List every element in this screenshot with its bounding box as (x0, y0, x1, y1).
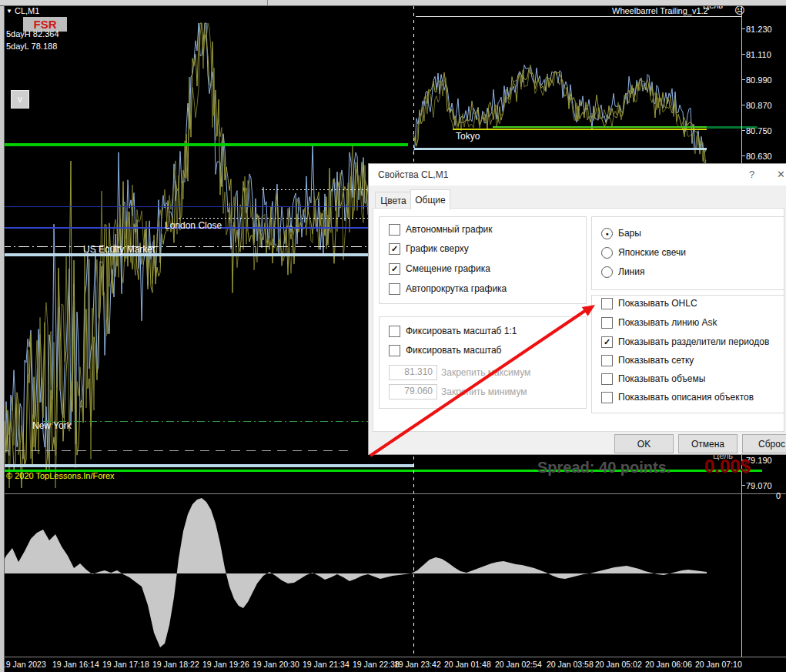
dark-blue-line (0, 206, 368, 207)
time-label: 19 Jan 2023 (2, 660, 46, 669)
tab-common[interactable]: Общие (410, 189, 450, 210)
new-york-line (43, 421, 413, 422)
five-day-high-label: 5dayH 82.364 (6, 29, 59, 38)
checkbox-box (389, 326, 400, 337)
time-label: 19 Jan 19:26 (202, 660, 249, 669)
tokyo-pale-blue-line (414, 148, 707, 150)
scrollbar-divider (267, 0, 268, 5)
dotted-line-upper (262, 189, 368, 190)
radio-label: Бары (618, 228, 641, 239)
pale-blue-line-bottom (0, 464, 414, 467)
dialog-title: Свойства CL,M1 (378, 169, 448, 180)
checkbox-label: Автономный график (406, 224, 493, 235)
fixed-min-input[interactable]: 79.060 (389, 384, 437, 400)
radio-candlesticks[interactable]: Японские свечи (601, 246, 686, 259)
dashdot-white-line (0, 246, 368, 247)
overlay-top-border-line (416, 16, 741, 17)
checkbox-autoscroll[interactable]: Автопрокрутка графика (389, 283, 507, 295)
checkbox-box (601, 373, 613, 385)
price-tick (741, 105, 745, 105)
checkbox-label: Показывать разделители периодов (618, 336, 769, 347)
chevron-down-icon: ▼ (6, 8, 12, 15)
checkbox-show-period-separators[interactable]: ✓Показывать разделители периодов (601, 336, 769, 348)
checkbox-box (601, 317, 613, 329)
five-day-low-label: 5dayL 78.188 (6, 42, 57, 51)
price-tick (741, 130, 745, 131)
dialog-tab-page: Автономный график ✓График сверху ✓Смещен… (373, 208, 784, 432)
checkbox-box (389, 283, 400, 295)
ok-button[interactable]: OK (614, 434, 674, 453)
checkbox-label: Показывать OHLC (618, 298, 697, 309)
price-label: 80.990 (746, 75, 772, 85)
session-label-london-close: London Close (165, 220, 222, 231)
checkbox-label: Фиксировать масштаб (406, 345, 501, 356)
checkbox-label: Показывать сетку (618, 355, 694, 366)
checkbox-show-volumes[interactable]: Показывать объемы (601, 373, 705, 385)
time-axis-border (0, 657, 786, 657)
cancel-button[interactable]: Отмена (678, 434, 738, 453)
radio-circle: ● (601, 228, 613, 239)
pnl-label: 0.00$ (704, 456, 751, 477)
fixed-max-label: Закрепить максимум (441, 367, 530, 378)
price-label: 81.110 (746, 50, 771, 59)
radio-bars[interactable]: ●Бары (601, 227, 641, 239)
checkbox-label: Фиксировать масштаб 1:1 (406, 326, 517, 336)
price-label: 80.870 (746, 101, 772, 110)
time-label: 20 Jan 02:54 (495, 660, 542, 669)
checkbox-box: ✓ (601, 336, 613, 348)
ea-title: Wheelbarrel Trailing_v1.2 (612, 6, 708, 15)
reset-button[interactable]: Сброс (742, 434, 786, 453)
radio-circle (601, 247, 613, 259)
checkbox-label: Показывать объемы (618, 373, 705, 384)
checkbox-show-object-descriptions[interactable]: Показывать описания объектов (601, 391, 754, 403)
indicator-panel-top-border (0, 493, 786, 494)
radio-line[interactable]: Линия (601, 266, 644, 278)
checkbox-box (601, 355, 613, 366)
checkbox-fixed-scale[interactable]: Фиксировать масштаб (389, 344, 501, 356)
radio-label: Линия (618, 266, 644, 277)
indicator-minimize-button[interactable]: v (11, 90, 29, 109)
time-label: 19 Jan 21:34 (303, 660, 350, 669)
checkbox-fixed-scale-11[interactable]: Фиксировать масштаб 1:1 (389, 325, 517, 337)
trading-terminal-window: { "top_left": { "dropdown_icon": "▼", "s… (0, 0, 786, 672)
checkbox-offline-chart[interactable]: Автономный график (389, 223, 493, 236)
chart-properties-dialog: Свойства CL,M1 ? ✕ Цвета Общие Автономны… (368, 163, 786, 455)
tab-colors[interactable]: Цвета (375, 192, 412, 209)
dialog-tab-strip: Цвета Общие (369, 186, 786, 208)
checkbox-chart-shift[interactable]: ✓Смещение графика (389, 262, 490, 275)
time-label: 19 Jan 18:22 (152, 660, 199, 669)
fixed-min-label: Закрепить минимум (441, 386, 527, 397)
checkbox-show-ohlc[interactable]: Показывать OHLC (601, 297, 697, 309)
symbol-dropdown[interactable]: ▼ CL,M1 (6, 6, 39, 15)
radio-circle (601, 266, 613, 278)
price-tick (741, 155, 745, 156)
checkbox-box (389, 224, 400, 236)
dialog-title-bar[interactable]: Свойства CL,M1 ? ✕ (369, 164, 786, 186)
tokyo-green-line (493, 126, 707, 128)
price-label: 79.070 (746, 481, 772, 490)
time-label: 19 Jan 23:42 (394, 660, 441, 669)
checkbox-box (389, 345, 400, 356)
price-label: 81.230 (746, 25, 772, 34)
close-icon[interactable]: ✕ (777, 169, 785, 180)
spread-label: Spread: 40 points. (537, 459, 671, 476)
left-window-border (0, 6, 5, 672)
group-show-options: Показывать OHLC Показывать линию Ask ✓По… (591, 295, 784, 413)
indicator-zero-label: 0 (776, 491, 781, 500)
symbol-label: CL,M1 (15, 6, 39, 15)
checkbox-show-grid[interactable]: Показывать сетку (601, 354, 694, 366)
copyright-label: © 2020 TopLessons.In/Forex (6, 471, 115, 480)
time-label: 19 Jan 22:38 (353, 660, 400, 669)
time-label: 20 Jan 07:10 (695, 660, 742, 669)
fixed-max-input[interactable]: 81.310 (389, 365, 437, 380)
time-label: 19 Jan 20:30 (253, 660, 299, 669)
session-label-new-york: New York (32, 420, 72, 431)
gray-dashed-line (0, 450, 354, 451)
checkbox-chart-on-top[interactable]: ✓График сверху (389, 242, 469, 255)
checkbox-show-ask-line[interactable]: Показывать линию Ask (601, 316, 717, 329)
tokyo-yellow-line (453, 129, 707, 130)
top-scrollbar-strip[interactable] (0, 0, 786, 6)
price-tick (741, 54, 745, 55)
price-tick (741, 485, 745, 486)
help-button[interactable]: ? (749, 169, 754, 180)
